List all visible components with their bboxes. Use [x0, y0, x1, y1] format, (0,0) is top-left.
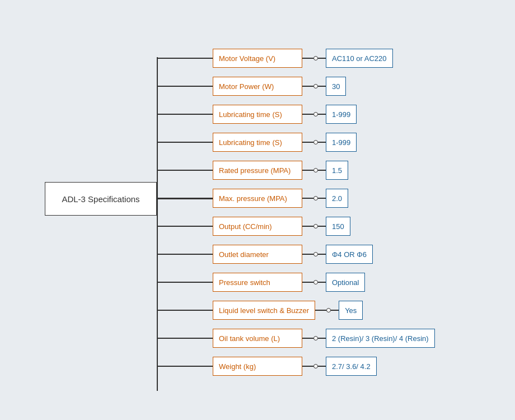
branch-line-output	[157, 226, 213, 227]
branch-line-liquid-level	[157, 310, 213, 311]
value-box-liquid-level: Yes	[339, 301, 363, 320]
connector-liquid-level	[315, 308, 339, 312]
h-line1-max-pressure	[302, 198, 313, 199]
h-line1-oil-tank	[302, 338, 313, 339]
value-box-max-pressure: 2.0	[326, 189, 348, 208]
h-line2-pressure-switch	[318, 282, 326, 283]
trunk-line	[157, 57, 158, 391]
connector-pressure-switch	[302, 280, 326, 284]
row-rated-pressure: Rated pressure (MPA)1.5	[213, 161, 348, 180]
h-line1-motor-power	[302, 86, 313, 87]
connector-motor-voltage	[302, 56, 326, 60]
diagram: ADL-3 Specifications Motor Voltage (V)AC…	[11, 8, 504, 412]
value-box-oil-tank: 2 (Resin)/ 3 (Resin)/ 4 (Resin)	[326, 329, 435, 348]
branch-line-pressure-switch	[157, 282, 213, 283]
h-line1-motor-voltage	[302, 58, 313, 59]
branch-line-max-pressure	[157, 198, 213, 199]
spec-box-lubricating-time1: Lubricating time (S)	[213, 105, 302, 124]
circle-liquid-level	[326, 308, 331, 312]
branch-line-oil-tank	[157, 338, 213, 339]
row-lubricating-time1: Lubricating time (S)1-999	[213, 105, 357, 124]
value-box-output: 150	[326, 217, 350, 236]
spec-box-pressure-switch: Pressure switch	[213, 273, 302, 292]
row-weight: Weight (kg)2.7/ 3.6/ 4.2	[213, 357, 377, 376]
h-line2-outlet-diameter	[318, 254, 326, 255]
value-box-weight: 2.7/ 3.6/ 4.2	[326, 357, 377, 376]
h-line2-motor-voltage	[318, 58, 326, 59]
connector-max-pressure	[302, 196, 326, 200]
branch-line-motor-voltage	[157, 58, 213, 59]
connector-outlet-diameter	[302, 252, 326, 256]
connector-weight	[302, 364, 326, 368]
h-line1-lubricating-time1	[302, 114, 313, 115]
row-pressure-switch: Pressure switchOptional	[213, 273, 365, 292]
branch-line-outlet-diameter	[157, 254, 213, 255]
h-line1-pressure-switch	[302, 282, 313, 283]
spec-box-outlet-diameter: Outlet diameter	[213, 245, 302, 264]
circle-pressure-switch	[313, 280, 318, 284]
h-line2-rated-pressure	[318, 170, 326, 171]
connector-lubricating-time2	[302, 140, 326, 144]
branch-line-rated-pressure	[157, 170, 213, 171]
branch-line-weight	[157, 366, 213, 367]
circle-output	[313, 224, 318, 228]
h-line1-liquid-level	[315, 310, 326, 311]
value-box-lubricating-time2: 1-999	[326, 133, 357, 152]
circle-max-pressure	[313, 196, 318, 200]
row-motor-power: Motor Power (W)30	[213, 77, 346, 96]
connector-motor-power	[302, 84, 326, 88]
branch-line-lubricating-time2	[157, 142, 213, 143]
h-line2-output	[318, 226, 326, 227]
connector-rated-pressure	[302, 168, 326, 172]
h-line1-outlet-diameter	[302, 254, 313, 255]
spec-box-liquid-level: Liquid level switch & Buzzer	[213, 301, 315, 320]
root-box: ADL-3 Specifications	[45, 182, 157, 216]
h-line2-oil-tank	[318, 338, 326, 339]
spec-box-oil-tank: Oil tank volume (L)	[213, 329, 302, 348]
circle-outlet-diameter	[313, 252, 318, 256]
root-label: ADL-3 Specifications	[62, 194, 139, 204]
row-liquid-level: Liquid level switch & BuzzerYes	[213, 301, 363, 320]
row-motor-voltage: Motor Voltage (V)AC110 or AC220	[213, 49, 393, 68]
circle-lubricating-time1	[313, 112, 318, 116]
spec-box-motor-power: Motor Power (W)	[213, 77, 302, 96]
h-line2-max-pressure	[318, 198, 326, 199]
connector-oil-tank	[302, 336, 326, 340]
spec-box-rated-pressure: Rated pressure (MPA)	[213, 161, 302, 180]
h-line1-weight	[302, 366, 313, 367]
row-outlet-diameter: Outlet diameterΦ4 OR Φ6	[213, 245, 373, 264]
row-output: Output (CC/min)150	[213, 217, 350, 236]
branch-line-lubricating-time1	[157, 114, 213, 115]
value-box-motor-power: 30	[326, 77, 346, 96]
h-line2-weight	[318, 366, 326, 367]
h-line2-lubricating-time1	[318, 114, 326, 115]
row-max-pressure: Max. pressure (MPA)2.0	[213, 189, 348, 208]
spec-box-lubricating-time2: Lubricating time (S)	[213, 133, 302, 152]
h-line2-liquid-level	[331, 310, 339, 311]
value-box-lubricating-time1: 1-999	[326, 105, 357, 124]
connector-output	[302, 224, 326, 228]
connector-lubricating-time1	[302, 112, 326, 116]
value-box-outlet-diameter: Φ4 OR Φ6	[326, 245, 373, 264]
h-line1-lubricating-time2	[302, 142, 313, 143]
branch-line-motor-power	[157, 86, 213, 87]
h-line2-lubricating-time2	[318, 142, 326, 143]
circle-weight	[313, 364, 318, 368]
spec-box-weight: Weight (kg)	[213, 357, 302, 376]
h-line1-rated-pressure	[302, 170, 313, 171]
circle-motor-voltage	[313, 56, 318, 60]
h-line2-motor-power	[318, 86, 326, 87]
value-box-motor-voltage: AC110 or AC220	[326, 49, 393, 68]
circle-motor-power	[313, 84, 318, 88]
h-line1-output	[302, 226, 313, 227]
value-box-pressure-switch: Optional	[326, 273, 365, 292]
value-box-rated-pressure: 1.5	[326, 161, 348, 180]
circle-lubricating-time2	[313, 140, 318, 144]
spec-box-motor-voltage: Motor Voltage (V)	[213, 49, 302, 68]
spec-box-max-pressure: Max. pressure (MPA)	[213, 189, 302, 208]
circle-oil-tank	[313, 336, 318, 340]
row-oil-tank: Oil tank volume (L)2 (Resin)/ 3 (Resin)/…	[213, 329, 435, 348]
spec-box-output: Output (CC/min)	[213, 217, 302, 236]
circle-rated-pressure	[313, 168, 318, 172]
row-lubricating-time2: Lubricating time (S)1-999	[213, 133, 357, 152]
